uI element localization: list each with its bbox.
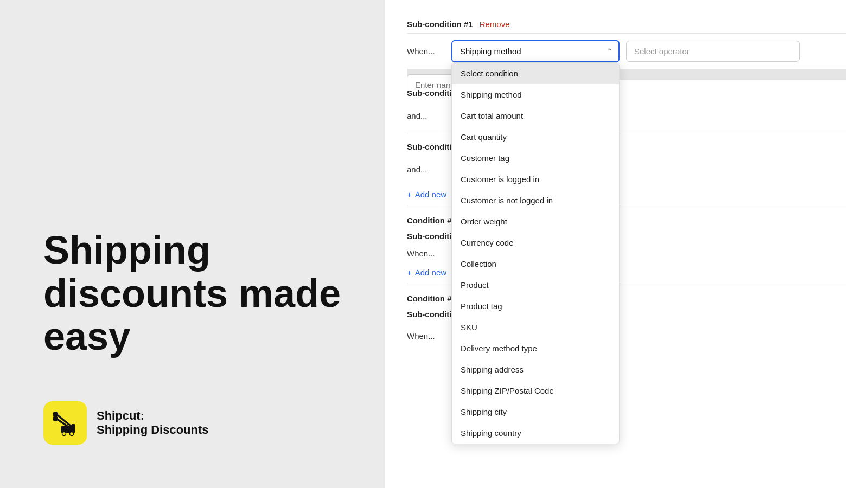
svg-point-7 [70, 432, 74, 436]
dropdown-item[interactable]: Shipping country [452, 422, 619, 444]
remove-link[interactable]: Remove [480, 20, 510, 29]
plus-icon: + [407, 190, 412, 199]
brand-section: Shipcut: Shipping Discounts [43, 401, 353, 445]
brand-logo-icon [51, 409, 79, 437]
dropdown-item[interactable]: Delivery method type [452, 338, 619, 359]
svg-rect-5 [72, 424, 75, 433]
svg-point-6 [62, 432, 66, 436]
dropdown-item[interactable]: Customer is not logged in [452, 190, 619, 211]
brand-sub: Shipping Discounts [97, 423, 209, 437]
dropdown-item[interactable]: SKU [452, 317, 619, 338]
sub-condition-1-header: Sub-condition #1 Remove [407, 11, 846, 34]
dropdown-item[interactable]: Collection [452, 253, 619, 274]
when-label-1: When... [407, 47, 445, 56]
dropdown-item[interactable]: Shipping ZIP/Postal Code [452, 380, 619, 401]
dropdown-item[interactable]: Shipping address [452, 359, 619, 380]
condition-select[interactable]: Shipping method [451, 40, 620, 62]
condition-dropdown-menu: Select conditionShipping methodCart tota… [451, 62, 620, 444]
plus-icon-2: + [407, 268, 412, 277]
when-label-2: When... [407, 249, 445, 258]
condition-select-wrapper: Shipping method ⌃ Select conditionShippi… [451, 40, 620, 62]
add-new-label-2: Add new [415, 268, 446, 277]
right-panel: Sub-condition #1 Remove When... Shipping… [385, 0, 868, 488]
sub-condition-1-label: Sub-condition #1 [407, 20, 473, 29]
dropdown-item[interactable]: Cart total amount [452, 105, 619, 126]
brand-text: Shipcut: Shipping Discounts [97, 409, 209, 437]
when-row-1: When... Shipping method ⌃ Select conditi… [407, 36, 846, 67]
add-new-label-1: Add new [415, 190, 446, 199]
select-operator-input[interactable]: Select operator [626, 41, 800, 62]
dropdown-item[interactable]: Customer is logged in [452, 169, 619, 190]
dropdown-item[interactable]: Shipping method [452, 84, 619, 105]
left-panel: Shipping discounts made easy Shipcut: Sh… [0, 0, 385, 488]
dropdown-item[interactable]: Order weight [452, 211, 619, 232]
dropdown-item[interactable]: Customer tag [452, 147, 619, 169]
hero-title: Shipping discounts made easy [43, 229, 353, 358]
brand-name: Shipcut: [97, 409, 209, 423]
dropdown-item[interactable]: Select condition [452, 63, 619, 84]
dropdown-item[interactable]: Product [452, 274, 619, 296]
dropdown-item[interactable]: Shipping city [452, 401, 619, 422]
and-label-1: and... [407, 111, 445, 120]
dropdown-item[interactable]: Cart quantity [452, 126, 619, 147]
dropdown-item[interactable]: Product tag [452, 296, 619, 317]
when-label-bottom: When... [407, 331, 445, 341]
and-label-2: and... [407, 165, 445, 174]
dropdown-item[interactable]: Currency code [452, 232, 619, 253]
svg-point-3 [53, 416, 58, 421]
brand-logo [43, 401, 87, 445]
